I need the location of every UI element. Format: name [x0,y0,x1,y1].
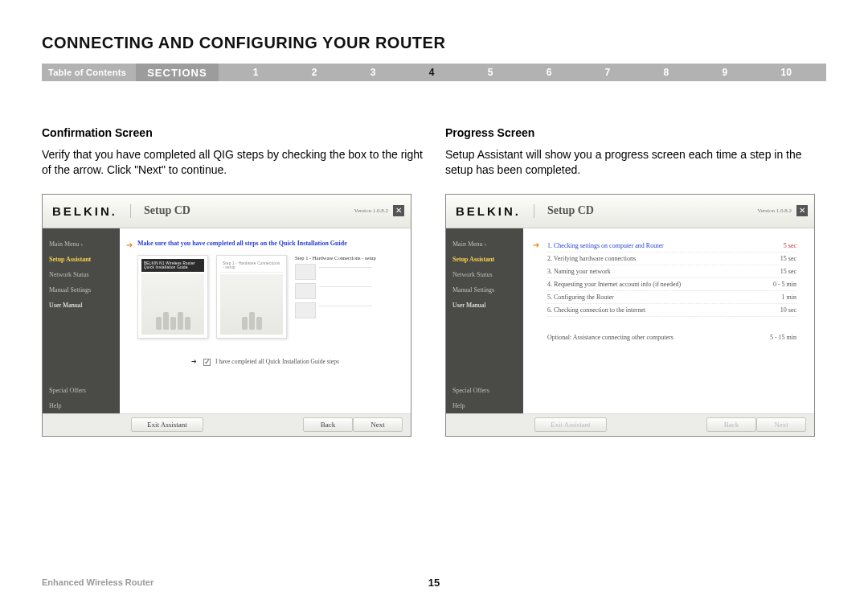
close-icon[interactable]: ✕ [796,205,808,216]
section-link-9[interactable]: 9 [723,67,728,78]
sidebar: Main Menu › Setup Assistant Network Stat… [446,228,523,413]
progress-screenshot: BELKIN. Setup CD Version 1.0.8.2 ✕ Main … [445,194,815,437]
progress-heading: Progress Screen [445,126,826,139]
sidebar-help[interactable]: Help [446,398,523,413]
progress-step-1: 1. Checking settings on computer and Rou… [547,240,796,253]
brand-logo: BELKIN. [456,204,534,218]
toc-link[interactable]: Table of Contents [42,68,136,77]
progress-step-5: 5. Configuring the Router1 min [547,291,796,304]
completion-checkbox[interactable] [203,359,211,366]
progress-step-6: 6. Checking connection to the internet10… [547,304,796,317]
progress-step-3: 3. Naming your network15 sec [547,265,796,278]
section-link-1[interactable]: 1 [253,67,259,78]
completion-checkbox-label: I have completed all Quick Installation … [215,358,339,365]
qig-cover-title: BELKIN N1 Wireless Router Quick Installa… [141,259,204,272]
sections-label: SECTIONS [136,64,218,81]
confirmation-body: Verify that you have completed all QIG s… [42,147,423,178]
progress-body: Setup Assistant will show you a progress… [445,147,826,178]
section-link-2[interactable]: 2 [312,67,317,78]
section-link-6[interactable]: 6 [547,67,552,78]
sidebar-user-manual[interactable]: User Manual [446,298,523,313]
sidebar-help[interactable]: Help [43,398,120,413]
right-column: Progress Screen Setup Assistant will sho… [445,126,826,437]
confirmation-heading: Confirmation Screen [42,126,423,139]
exit-assistant-button[interactable]: Exit Assistant [131,417,203,432]
close-icon[interactable]: ✕ [393,205,404,216]
sidebar-manual-settings[interactable]: Manual Settings [43,282,120,298]
exit-assistant-button[interactable]: Exit Assistant [534,417,607,432]
sidebar-setup-assistant[interactable]: Setup Assistant [446,252,523,267]
section-link-3[interactable]: 3 [371,67,376,78]
section-link-8[interactable]: 8 [664,67,669,78]
brand-logo: BELKIN. [52,204,131,218]
left-column: Confirmation Screen Verify that you have… [42,126,423,437]
section-numbers: 1 2 3 4 5 6 7 8 9 10 [219,67,826,78]
sidebar-main-menu[interactable]: Main Menu › [43,236,120,252]
sidebar-network-status[interactable]: Network Status [446,267,523,282]
page-number: 15 [428,577,440,589]
progress-step-4: 4. Requesting your Internet account info… [547,278,796,291]
qig-step-card: Step 1 - Hardware Connections - setup [216,255,287,339]
sidebar-special-offers[interactable]: Special Offers [446,383,523,398]
instruction-text: Make sure that you have completed all st… [120,228,411,255]
section-link-7[interactable]: 7 [605,67,611,78]
completion-checkbox-row: ➔ I have completed all Quick Installatio… [120,358,411,377]
back-button[interactable]: Back [303,417,353,432]
arrow-right-icon: ➔ [191,358,197,365]
confirmation-screenshot: BELKIN. Setup CD Version 1.0.8.2 ✕ Main … [42,194,411,437]
footer-product-name: Enhanced Wireless Router [42,577,154,587]
sidebar-network-status[interactable]: Network Status [43,267,120,282]
back-button[interactable]: Back [706,417,756,432]
app-title: Setup CD [144,204,190,217]
progress-step-list: 1. Checking settings on computer and Rou… [523,228,814,343]
next-button[interactable]: Next [353,417,403,432]
progress-step-2: 2. Verifying hardware connections15 sec [547,253,796,265]
page-footer: Enhanced Wireless Router 15 [42,577,826,587]
progress-step-optional: Optional: Assistance connecting other co… [547,331,796,343]
page-title: CONNECTING AND CONFIGURING YOUR ROUTER [42,34,826,52]
sidebar-setup-assistant[interactable]: Setup Assistant [43,252,120,267]
app-title: Setup CD [547,204,594,217]
section-nav-bar: Table of Contents SECTIONS 1 2 3 4 5 6 7… [42,64,826,81]
next-button[interactable]: Next [756,417,806,432]
arrow-icon: ➔ [533,240,539,249]
qig-cover-card: BELKIN N1 Wireless Router Quick Installa… [137,255,208,339]
version-label: Version 1.0.8.2 [354,207,388,214]
version-label: Version 1.0.8.2 [758,207,792,214]
sidebar-manual-settings[interactable]: Manual Settings [446,282,523,298]
sidebar-main-menu[interactable]: Main Menu › [446,236,523,252]
section-link-4[interactable]: 4 [429,67,435,78]
qig-step-title: Step 1 - Hardware Connections - setup [220,259,283,273]
qig-step-thumbs: Step 1 - Hardware Connections - setup ……… [295,255,407,339]
sidebar-user-manual[interactable]: User Manual [43,298,120,313]
sidebar: Main Menu › Setup Assistant Network Stat… [43,228,120,413]
arrow-icon: ➔ [126,240,133,249]
section-link-5[interactable]: 5 [488,67,493,78]
sidebar-special-offers[interactable]: Special Offers [43,383,120,398]
section-link-10[interactable]: 10 [781,67,792,78]
